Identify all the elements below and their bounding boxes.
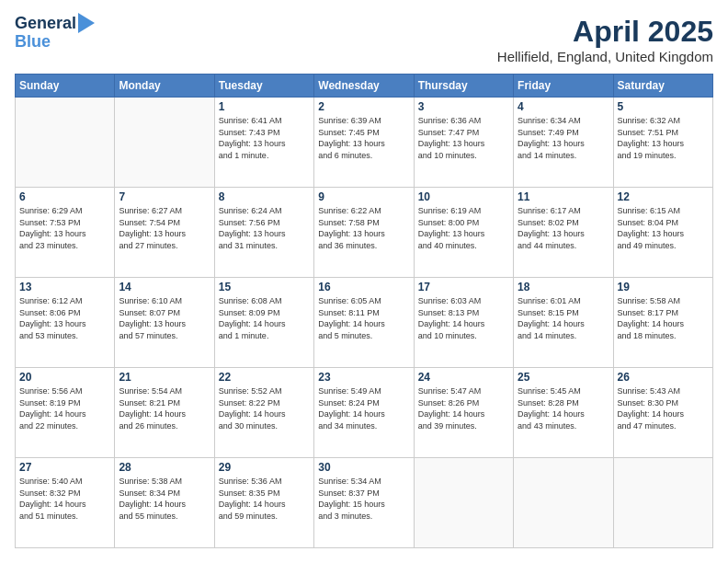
day-info: Sunrise: 5:47 AM Sunset: 8:26 PM Dayligh… xyxy=(418,385,509,431)
day-number: 3 xyxy=(418,100,509,113)
calendar-cell xyxy=(514,458,613,548)
col-tuesday: Tuesday xyxy=(214,75,313,98)
day-number: 8 xyxy=(219,190,310,203)
logo-general: General xyxy=(15,15,76,33)
calendar-cell: 30Sunrise: 5:34 AM Sunset: 8:37 PM Dayli… xyxy=(314,458,414,548)
col-friday: Friday xyxy=(514,75,613,98)
calendar-cell: 23Sunrise: 5:49 AM Sunset: 8:24 PM Dayli… xyxy=(314,368,414,458)
day-number: 27 xyxy=(19,461,110,474)
calendar-cell: 1Sunrise: 6:41 AM Sunset: 7:43 PM Daylig… xyxy=(214,98,313,188)
calendar-cell: 13Sunrise: 6:12 AM Sunset: 8:06 PM Dayli… xyxy=(16,278,115,368)
col-sunday: Sunday xyxy=(16,75,115,98)
day-number: 28 xyxy=(119,461,210,474)
calendar-cell: 12Sunrise: 6:15 AM Sunset: 8:04 PM Dayli… xyxy=(613,188,712,278)
day-info: Sunrise: 5:45 AM Sunset: 8:28 PM Dayligh… xyxy=(518,385,609,431)
month-title: April 2025 xyxy=(497,15,713,49)
day-info: Sunrise: 5:49 AM Sunset: 8:24 PM Dayligh… xyxy=(318,385,409,431)
day-info: Sunrise: 5:38 AM Sunset: 8:34 PM Dayligh… xyxy=(119,476,210,522)
calendar-cell: 11Sunrise: 6:17 AM Sunset: 8:02 PM Dayli… xyxy=(514,188,613,278)
day-number: 22 xyxy=(219,371,310,384)
day-info: Sunrise: 6:05 AM Sunset: 8:11 PM Dayligh… xyxy=(318,295,409,341)
calendar-cell xyxy=(16,98,115,188)
logo: General Blue xyxy=(15,15,95,52)
day-info: Sunrise: 6:01 AM Sunset: 8:15 PM Dayligh… xyxy=(518,295,609,341)
day-number: 21 xyxy=(119,371,210,384)
day-info: Sunrise: 5:52 AM Sunset: 8:22 PM Dayligh… xyxy=(219,385,310,431)
calendar-cell: 5Sunrise: 6:32 AM Sunset: 7:51 PM Daylig… xyxy=(613,98,712,188)
calendar-week-2: 6Sunrise: 6:29 AM Sunset: 7:53 PM Daylig… xyxy=(16,188,713,278)
day-info: Sunrise: 6:32 AM Sunset: 7:51 PM Dayligh… xyxy=(618,115,709,161)
location-title: Hellifield, England, United Kingdom xyxy=(497,49,713,64)
day-number: 4 xyxy=(518,100,609,113)
calendar-cell: 19Sunrise: 5:58 AM Sunset: 8:17 PM Dayli… xyxy=(613,278,712,368)
day-info: Sunrise: 6:03 AM Sunset: 8:13 PM Dayligh… xyxy=(418,295,509,341)
day-number: 12 xyxy=(618,190,709,203)
day-number: 9 xyxy=(318,190,409,203)
calendar-week-5: 27Sunrise: 5:40 AM Sunset: 8:32 PM Dayli… xyxy=(16,458,713,548)
day-number: 17 xyxy=(418,281,509,293)
calendar-week-3: 13Sunrise: 6:12 AM Sunset: 8:06 PM Dayli… xyxy=(16,278,713,368)
calendar-week-4: 20Sunrise: 5:56 AM Sunset: 8:19 PM Dayli… xyxy=(16,368,713,458)
calendar-table: Sunday Monday Tuesday Wednesday Thursday… xyxy=(15,74,713,548)
day-number: 30 xyxy=(318,461,409,474)
day-info: Sunrise: 5:34 AM Sunset: 8:37 PM Dayligh… xyxy=(318,476,409,522)
day-number: 20 xyxy=(19,371,110,384)
day-info: Sunrise: 6:19 AM Sunset: 8:00 PM Dayligh… xyxy=(418,205,509,251)
calendar-week-1: 1Sunrise: 6:41 AM Sunset: 7:43 PM Daylig… xyxy=(16,98,713,188)
day-info: Sunrise: 6:39 AM Sunset: 7:45 PM Dayligh… xyxy=(318,115,409,161)
day-number: 19 xyxy=(618,281,709,293)
day-info: Sunrise: 6:27 AM Sunset: 7:54 PM Dayligh… xyxy=(119,205,210,251)
calendar-cell: 8Sunrise: 6:24 AM Sunset: 7:56 PM Daylig… xyxy=(214,188,313,278)
day-info: Sunrise: 6:24 AM Sunset: 7:56 PM Dayligh… xyxy=(219,205,310,251)
day-info: Sunrise: 6:41 AM Sunset: 7:43 PM Dayligh… xyxy=(219,115,310,161)
calendar-cell: 17Sunrise: 6:03 AM Sunset: 8:13 PM Dayli… xyxy=(414,278,513,368)
calendar-cell: 29Sunrise: 5:36 AM Sunset: 8:35 PM Dayli… xyxy=(214,458,313,548)
col-wednesday: Wednesday xyxy=(314,75,414,98)
day-number: 26 xyxy=(618,371,709,384)
calendar-cell: 7Sunrise: 6:27 AM Sunset: 7:54 PM Daylig… xyxy=(115,188,214,278)
day-number: 6 xyxy=(19,190,110,203)
day-info: Sunrise: 6:12 AM Sunset: 8:06 PM Dayligh… xyxy=(19,295,110,341)
day-info: Sunrise: 6:08 AM Sunset: 8:09 PM Dayligh… xyxy=(219,295,310,341)
day-number: 5 xyxy=(618,100,709,113)
title-block: April 2025 Hellifield, England, United K… xyxy=(497,15,713,64)
calendar-cell: 24Sunrise: 5:47 AM Sunset: 8:26 PM Dayli… xyxy=(414,368,513,458)
day-number: 10 xyxy=(418,190,509,203)
day-info: Sunrise: 5:54 AM Sunset: 8:21 PM Dayligh… xyxy=(119,385,210,431)
day-info: Sunrise: 6:22 AM Sunset: 7:58 PM Dayligh… xyxy=(318,205,409,251)
day-info: Sunrise: 5:43 AM Sunset: 8:30 PM Dayligh… xyxy=(618,385,709,431)
calendar-header-row: Sunday Monday Tuesday Wednesday Thursday… xyxy=(16,75,713,98)
day-number: 1 xyxy=(219,100,310,113)
day-number: 23 xyxy=(318,371,409,384)
col-monday: Monday xyxy=(115,75,214,98)
day-number: 14 xyxy=(119,281,210,293)
calendar-cell: 21Sunrise: 5:54 AM Sunset: 8:21 PM Dayli… xyxy=(115,368,214,458)
day-info: Sunrise: 6:10 AM Sunset: 8:07 PM Dayligh… xyxy=(119,295,210,341)
col-thursday: Thursday xyxy=(414,75,513,98)
day-number: 24 xyxy=(418,371,509,384)
calendar-cell: 26Sunrise: 5:43 AM Sunset: 8:30 PM Dayli… xyxy=(613,368,712,458)
page: General Blue April 2025 Hellifield, Engl… xyxy=(0,0,728,563)
day-number: 2 xyxy=(318,100,409,113)
col-saturday: Saturday xyxy=(613,75,712,98)
day-number: 18 xyxy=(518,281,609,293)
day-number: 7 xyxy=(119,190,210,203)
calendar-cell xyxy=(613,458,712,548)
calendar-cell: 14Sunrise: 6:10 AM Sunset: 8:07 PM Dayli… xyxy=(115,278,214,368)
day-number: 15 xyxy=(219,281,310,293)
calendar-cell xyxy=(414,458,513,548)
day-info: Sunrise: 6:29 AM Sunset: 7:53 PM Dayligh… xyxy=(19,205,110,251)
day-number: 25 xyxy=(518,371,609,384)
calendar-cell: 10Sunrise: 6:19 AM Sunset: 8:00 PM Dayli… xyxy=(414,188,513,278)
calendar-cell: 18Sunrise: 6:01 AM Sunset: 8:15 PM Dayli… xyxy=(514,278,613,368)
day-number: 16 xyxy=(318,281,409,293)
calendar-cell: 25Sunrise: 5:45 AM Sunset: 8:28 PM Dayli… xyxy=(514,368,613,458)
calendar-cell: 15Sunrise: 6:08 AM Sunset: 8:09 PM Dayli… xyxy=(214,278,313,368)
day-info: Sunrise: 6:36 AM Sunset: 7:47 PM Dayligh… xyxy=(418,115,509,161)
logo-blue: Blue xyxy=(15,32,51,51)
day-info: Sunrise: 6:17 AM Sunset: 8:02 PM Dayligh… xyxy=(518,205,609,251)
day-info: Sunrise: 5:58 AM Sunset: 8:17 PM Dayligh… xyxy=(618,295,709,341)
day-info: Sunrise: 6:34 AM Sunset: 7:49 PM Dayligh… xyxy=(518,115,609,161)
calendar-cell: 27Sunrise: 5:40 AM Sunset: 8:32 PM Dayli… xyxy=(16,458,115,548)
calendar-cell: 6Sunrise: 6:29 AM Sunset: 7:53 PM Daylig… xyxy=(16,188,115,278)
